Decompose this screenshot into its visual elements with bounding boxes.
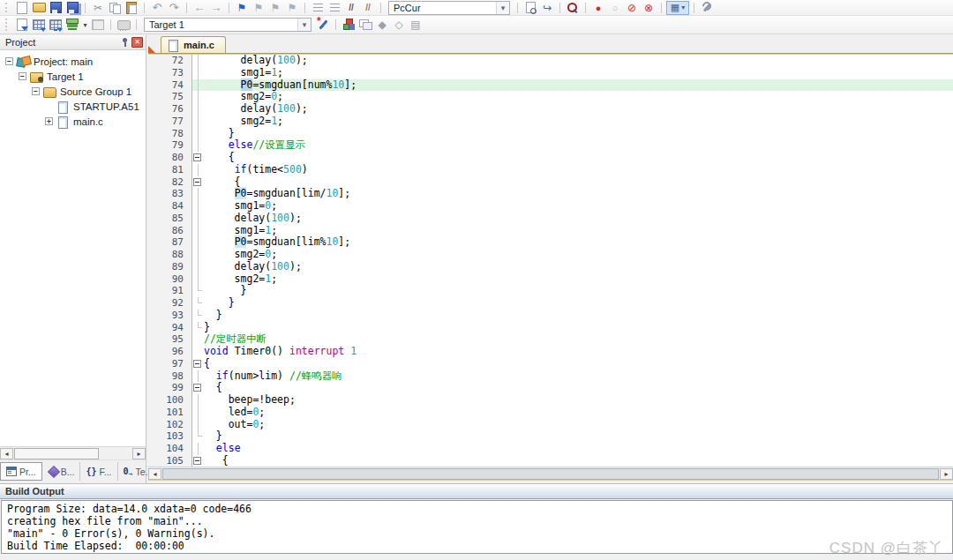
save-all-icon[interactable] [64,1,80,15]
navigate-forward-icon[interactable]: → [208,1,224,15]
tree-expander-icon[interactable]: + [45,117,53,125]
toolbar-separator [136,19,137,30]
code-token: if [216,370,229,382]
code-token: ]; [338,187,350,199]
undo-icon[interactable]: ↶ [149,1,165,15]
next-bookmark-icon[interactable]: ⚑ [251,1,266,15]
fold-collapse-icon[interactable] [193,360,201,368]
code-token: (num>lim) [229,370,289,382]
code-editor[interactable]: 72 delay(100);73 smg1=1;74 P0=smgduan[nu… [148,54,953,467]
panel-tab-functions-tab[interactable]: {}F... [80,462,117,481]
toggle-bookmark-icon[interactable]: ⚑ [234,1,250,15]
scrollbar-thumb[interactable] [14,448,99,459]
scroll-left-icon[interactable]: ◂ [0,448,13,459]
options-for-target-icon[interactable] [315,17,331,33]
paste-icon[interactable] [124,1,139,15]
configure-icon[interactable] [699,1,715,15]
rebuild-all-icon[interactable] [48,17,64,33]
prev-bookmark-icon[interactable]: ⚑ [267,1,283,15]
navigate-back-icon[interactable]: ← [191,1,207,15]
fold-margin[interactable] [192,358,204,370]
disable-all-breakpoints-icon[interactable]: ⊘ [624,1,640,15]
editor-horizontal-scrollbar[interactable]: ◂ ▸ [148,467,953,480]
target-select-combo[interactable]: Target 1▾ [144,18,311,32]
panel-tab-books-tab[interactable]: B... [42,462,81,481]
build-output-console[interactable]: Program Size: data=14.0 xdata=0 code=466… [1,500,953,554]
batch-build-arrow-icon[interactable]: ▾ [81,17,89,33]
fold-collapse-icon[interactable] [193,153,201,161]
code-text: } [204,128,953,140]
copy-icon[interactable] [107,1,123,15]
fold-collapse-icon[interactable] [193,384,201,392]
comment-lines-icon[interactable]: // [343,1,359,15]
tree-expander-icon[interactable]: − [19,72,26,80]
build-target-icon[interactable] [31,17,47,33]
target-select-combo-arrow-icon[interactable]: ▾ [297,19,311,31]
scroll-right-icon[interactable]: ▸ [940,468,953,480]
batch-build-icon[interactable] [64,17,80,33]
insert-remove-breakpoint-icon[interactable]: ● [590,1,606,15]
cut-icon[interactable]: ✂ [90,1,106,15]
unindent-icon[interactable] [310,1,326,15]
new-file-icon[interactable] [14,1,30,15]
scrollbar-thumb[interactable] [162,468,939,480]
tree-item-source-group-1[interactable]: −Source Group 1 [0,84,146,99]
fold-collapse-icon[interactable] [193,178,201,186]
pccur-combo[interactable]: PcCur▾ [388,1,510,15]
toolbar-separator [694,3,694,13]
code-line-80: 80 { [148,152,953,164]
fold-margin[interactable] [192,455,204,467]
configure-flash-tools-icon[interactable]: ◇ [391,17,407,33]
flash-download-settings-icon[interactable]: ◆ [374,17,390,33]
uncomment-lines-icon[interactable]: // [360,1,376,15]
fold-margin[interactable] [192,382,204,394]
redo-icon[interactable]: ↷ [166,1,182,15]
fold-margin[interactable] [192,152,204,164]
scroll-right-icon[interactable]: ▸ [132,448,146,459]
fold-margin [192,116,204,128]
manage-rte-icon[interactable] [341,17,356,33]
pin-icon[interactable] [118,37,129,48]
line-number: 88 [148,249,192,261]
clear-bookmarks-icon[interactable]: ⚑ [284,1,300,15]
project-horizontal-scrollbar[interactable]: ◂ ▸ [0,446,146,459]
code-token: 100 [277,54,296,66]
tree-item-project-main[interactable]: −Project: main [0,54,146,69]
pccur-combo-arrow-icon[interactable]: ▾ [496,2,509,14]
translate-file-icon[interactable] [14,17,30,33]
tree-expander-icon[interactable]: − [32,87,40,95]
tree-item-main-c[interactable]: +main.c [0,114,146,129]
panel-tab-label: Pr... [19,467,36,477]
find-icon[interactable] [565,1,581,15]
goto-definition-icon[interactable]: ↪ [539,1,555,15]
code-line-78: 78 } [148,128,953,140]
tab-main-c[interactable]: main.c [161,36,226,53]
fold-guide [198,116,199,128]
indent-icon[interactable] [326,1,342,15]
window-select-icon[interactable]: ▦ [666,1,689,15]
code-token [204,78,241,91]
save-icon[interactable] [48,1,64,15]
tree-item-startup-a51[interactable]: STARTUP.A51 [0,99,146,114]
scroll-left-icon[interactable]: ◂ [148,468,161,480]
download-icon[interactable] [116,17,131,33]
manage-project-items-icon[interactable] [357,17,373,33]
kill-all-breakpoints-icon[interactable]: ⊗ [641,1,657,15]
stop-build-icon[interactable] [90,17,106,33]
tree-item-target-1[interactable]: −Target 1 [0,69,146,84]
enable-disable-breakpoint-icon[interactable]: ○ [607,1,623,15]
toolbar-separator [517,3,518,13]
code-token: ; [277,115,283,127]
line-number: 104 [148,443,192,455]
fold-margin[interactable] [192,176,204,189]
tree-expander-icon[interactable]: − [5,57,13,65]
close-icon[interactable] [131,37,143,48]
open-folder-icon[interactable] [31,1,47,15]
books-stack-icon[interactable]: ▤ [408,17,424,33]
code-token: smg1= [204,199,265,212]
fold-collapse-icon[interactable] [193,457,201,465]
line-number: 85 [148,213,192,225]
code-token: 100 [277,102,296,115]
find-in-files-icon[interactable] [522,1,538,15]
panel-tab-project-tab[interactable]: Pr... [0,462,42,481]
